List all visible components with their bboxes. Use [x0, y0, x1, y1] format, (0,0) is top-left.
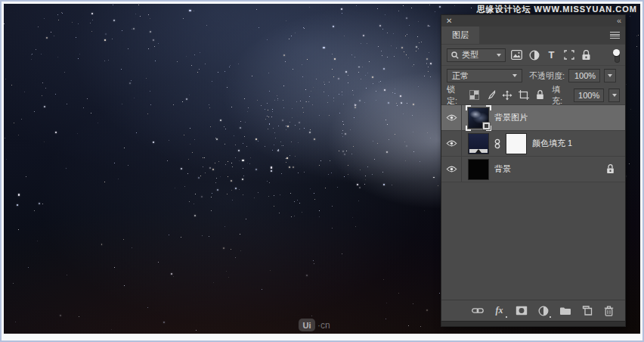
smart-object-badge-icon	[482, 122, 491, 130]
lock-transparent-pixels-icon[interactable]	[469, 89, 481, 101]
screenshot-inner-border: 思缘设计论坛 WWW.MISSYUAN.COM Ui ·cn ✕ « 图层 类型	[2, 2, 642, 340]
fill-value: 100%	[578, 91, 599, 100]
opacity-dropdown-button[interactable]	[604, 69, 616, 82]
tab-bar-rest	[479, 26, 625, 44]
fill-label: 填充:	[552, 84, 569, 107]
watermark-ui-cn: Ui ·cn	[299, 319, 330, 331]
layer-locked-icon	[606, 164, 615, 174]
add-layer-mask-icon[interactable]	[515, 304, 528, 317]
filter-pixel-layers-icon[interactable]	[510, 48, 523, 61]
collapse-panel-icon[interactable]: «	[617, 17, 621, 24]
lock-position-move-icon[interactable]	[501, 89, 513, 101]
layer-thumbnail-smart-object[interactable]	[468, 107, 489, 129]
filter-smart-object-icon[interactable]	[580, 48, 593, 61]
layer-row-color-fill[interactable]: 颜色填充 1	[441, 131, 625, 157]
ui-cn-logo: Ui	[299, 319, 315, 331]
chevron-down-icon	[497, 54, 501, 57]
opacity-label: 不透明度:	[529, 70, 565, 82]
search-icon	[451, 51, 459, 59]
visibility-eye-icon[interactable]	[441, 131, 462, 156]
mask-link-chain-icon[interactable]	[494, 138, 500, 149]
fill-dropdown-button[interactable]	[608, 89, 620, 102]
layer-thumbnail-black[interactable]	[468, 159, 489, 180]
delete-layer-trash-icon[interactable]	[602, 304, 615, 317]
layer-row-background-image[interactable]: 背景图片	[441, 105, 625, 131]
filter-adjustment-layers-icon[interactable]	[528, 48, 540, 61]
panel-footer-toolbar: fx	[441, 300, 625, 321]
layer-thumbnail-color-fill[interactable]	[468, 133, 489, 154]
screenshot-outer-border: 思缘设计论坛 WWW.MISSYUAN.COM Ui ·cn ✕ « 图层 类型	[0, 0, 644, 342]
blend-mode-dropdown[interactable]: 正常	[447, 69, 522, 82]
blend-mode-bar: 正常 不透明度: 100%	[441, 66, 625, 86]
canvas-starry-sky-image: 思缘设计论坛 WWW.MISSYUAN.COM Ui ·cn ✕ « 图层 类型	[4, 4, 640, 334]
filter-type-layers-icon[interactable]: T	[545, 48, 558, 61]
fill-input[interactable]: 100%	[574, 89, 604, 102]
layers-empty-area	[441, 182, 625, 300]
panel-bottom-edge[interactable]	[441, 321, 625, 326]
blend-mode-value: 正常	[452, 70, 469, 82]
layer-filter-toggle[interactable]	[613, 49, 620, 61]
layer-name[interactable]: 颜色填充 1	[532, 138, 572, 149]
panel-tab-bar: 图层	[441, 26, 625, 45]
watermark-top-right: 思缘设计论坛 WWW.MISSYUAN.COM	[477, 4, 637, 15]
lock-label: 锁定:	[447, 84, 464, 107]
layer-name[interactable]: 背景	[494, 163, 511, 175]
tab-layers[interactable]: 图层	[441, 26, 479, 44]
filter-shape-layers-icon[interactable]	[562, 48, 575, 61]
layer-mask-thumbnail[interactable]	[506, 133, 527, 154]
opacity-input[interactable]: 100%	[568, 69, 600, 82]
new-layer-icon[interactable]	[581, 304, 593, 317]
layers-panel: ✕ « 图层 类型	[441, 14, 626, 327]
lock-image-pixels-brush-icon[interactable]	[485, 89, 497, 101]
chevron-down-icon	[608, 74, 612, 77]
panel-menu-icon[interactable]	[610, 32, 620, 39]
filter-type-dropdown[interactable]: 类型	[447, 48, 506, 62]
visibility-eye-icon[interactable]	[441, 105, 462, 130]
ui-cn-suffix: ·cn	[317, 320, 330, 331]
layer-name[interactable]: 背景图片	[494, 112, 528, 123]
chevron-down-icon	[612, 94, 617, 97]
new-adjustment-layer-icon[interactable]	[537, 304, 550, 317]
visibility-eye-icon[interactable]	[441, 157, 462, 182]
link-layers-icon[interactable]	[471, 304, 484, 317]
close-icon[interactable]: ✕	[446, 17, 452, 25]
lock-artboard-icon[interactable]	[518, 89, 530, 101]
lock-all-icon[interactable]	[534, 89, 546, 101]
new-group-folder-icon[interactable]	[559, 304, 571, 317]
chevron-down-icon	[512, 74, 517, 77]
layer-styles-fx-icon[interactable]: fx	[493, 304, 506, 317]
opacity-value: 100%	[574, 71, 596, 80]
lock-bar: 锁定:	[441, 86, 625, 105]
filter-type-label: 类型	[462, 49, 478, 61]
panel-titlebar: ✕ «	[441, 15, 625, 26]
layers-list: 背景图片	[441, 105, 625, 182]
layer-filter-bar: 类型 T	[441, 45, 625, 66]
fill-slider-strip	[469, 149, 488, 153]
layer-row-background[interactable]: 背景	[441, 157, 625, 182]
